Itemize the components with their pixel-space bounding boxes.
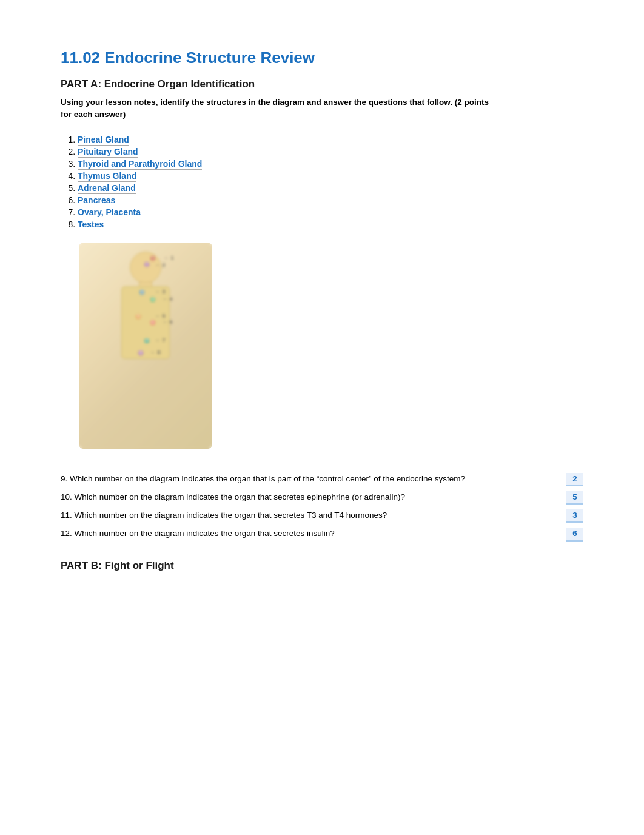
list-item: Thymus Gland xyxy=(78,171,583,181)
part-b-heading: PART B: Fight or Flight xyxy=(61,560,583,572)
question-10-row: 10. Which number on the diagram indicate… xyxy=(61,491,583,505)
organ-label-1: Pineal Gland xyxy=(78,135,129,146)
list-item: Adrenal Gland xyxy=(78,183,583,193)
organ-label-2: Pituitary Gland xyxy=(78,147,138,158)
list-item: Pineal Gland xyxy=(78,135,583,144)
organ-label-6: Pancreas xyxy=(78,195,115,206)
organ-list: Pineal Gland Pituitary Gland Thyroid and… xyxy=(61,135,583,229)
instructions: Using your lesson notes, identify the st… xyxy=(61,96,497,121)
organ-label-4: Thymus Gland xyxy=(78,171,136,182)
list-item: Pancreas xyxy=(78,195,583,205)
answer-11: 3 xyxy=(566,509,583,523)
question-9-text: 9. Which number on the diagram indicates… xyxy=(61,473,563,485)
list-item: Thyroid and Parathyroid Gland xyxy=(78,159,583,169)
question-12-row: 12. Which number on the diagram indicate… xyxy=(61,528,583,541)
answer-12: 6 xyxy=(566,528,583,541)
answer-10: 5 xyxy=(566,491,583,505)
organ-label-3: Thyroid and Parathyroid Gland xyxy=(78,159,202,170)
questions-section: 9. Which number on the diagram indicates… xyxy=(61,473,583,542)
list-item: Pituitary Gland xyxy=(78,147,583,156)
question-11-row: 11. Which number on the diagram indicate… xyxy=(61,509,583,523)
endocrine-diagram: 1 2 3 4 5 6 7 8 ← 1 ← 2 ← 3 ← 4 ← 5 ← 6 … xyxy=(79,243,212,449)
organ-label-8: Testes xyxy=(78,220,104,230)
list-item: Ovary, Placenta xyxy=(78,207,583,217)
question-10-text: 10. Which number on the diagram indicate… xyxy=(61,491,563,503)
organ-label-5: Adrenal Gland xyxy=(78,183,136,194)
page-title: 11.02 Endocrine Structure Review xyxy=(61,49,583,67)
question-9-row: 9. Which number on the diagram indicates… xyxy=(61,473,583,486)
question-12-text: 12. Which number on the diagram indicate… xyxy=(61,528,563,540)
part-a-heading: PART A: Endocrine Organ Identification xyxy=(61,78,583,90)
list-item: Testes xyxy=(78,220,583,229)
blur-overlay xyxy=(79,243,212,449)
answer-9: 2 xyxy=(566,473,583,486)
organ-label-7: Ovary, Placenta xyxy=(78,207,141,218)
question-11-text: 11. Which number on the diagram indicate… xyxy=(61,509,563,521)
